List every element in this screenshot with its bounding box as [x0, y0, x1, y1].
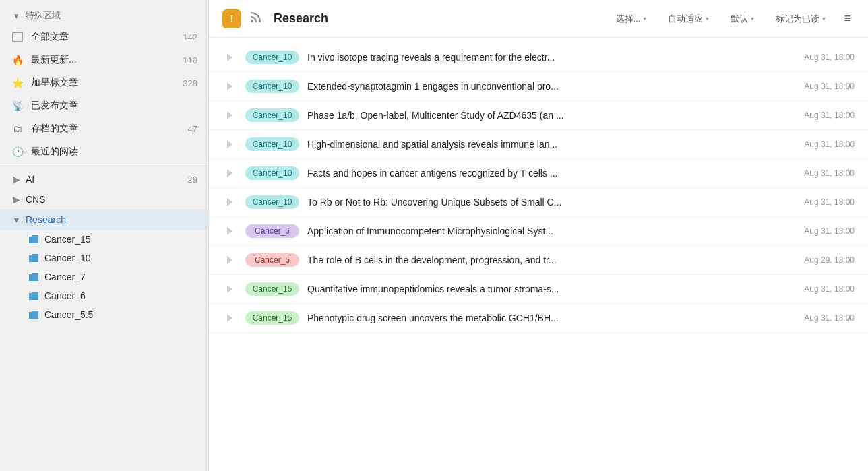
article-arrow-icon: [222, 224, 237, 239]
article-arrow-icon: [222, 108, 237, 123]
article-tag: Cancer_5: [245, 253, 299, 267]
sidebar-item-cancer10[interactable]: Cancer_10: [0, 249, 208, 268]
auto-caret-icon: ▾: [706, 15, 709, 22]
mark-read-label: 标记为已读: [776, 13, 819, 25]
svg-marker-12: [227, 198, 232, 206]
article-item[interactable]: Cancer_15 Quantitative immunopeptidomics…: [209, 275, 868, 304]
article-item[interactable]: Cancer_10 To Rb or Not to Rb: Uncovering…: [209, 188, 868, 217]
cns-group-label: CNS: [26, 194, 46, 205]
sidebar-item-published[interactable]: 📡 已发布文章: [0, 94, 208, 117]
sidebar-group-research[interactable]: ▾ Research: [0, 210, 208, 230]
article-title: In vivo isotope tracing reveals a requir…: [307, 52, 796, 63]
svg-marker-14: [227, 256, 232, 264]
sidebar-item-latest[interactable]: 🔥 最新更新... 110: [0, 49, 208, 71]
sidebar-group-ai[interactable]: ▶ AI 29: [0, 169, 208, 189]
cancer6-label: Cancer_6: [44, 290, 86, 301]
default-button[interactable]: 默认 ▾: [724, 9, 761, 28]
starred-label: 加星标文章: [31, 77, 78, 89]
ai-group-count: 29: [188, 175, 197, 185]
auto-adapt-button[interactable]: 自动适应 ▾: [661, 9, 716, 28]
article-title: Phase 1a/b, Open-label, Multicenter Stud…: [307, 110, 796, 121]
default-label: 默认: [731, 13, 748, 25]
article-item[interactable]: Cancer_5 The role of B cells in the deve…: [209, 246, 868, 275]
article-item[interactable]: Cancer_10 Facts and hopes in cancer anti…: [209, 159, 868, 188]
published-label: 已发布文章: [31, 100, 78, 112]
article-date: Aug 31, 18:00: [804, 53, 855, 62]
sidebar-item-archived[interactable]: 🗂 存档的文章 47: [0, 117, 208, 140]
fire-icon: 🔥: [11, 53, 24, 67]
sidebar-item-cancer6[interactable]: Cancer_6: [0, 286, 208, 305]
article-date: Aug 31, 18:00: [804, 197, 855, 207]
article-arrow-icon: [222, 137, 237, 152]
article-tag: Cancer_15: [245, 282, 299, 296]
alert-badge: !: [222, 9, 241, 28]
page-title: Research: [274, 11, 328, 26]
menu-icon[interactable]: ≡: [840, 8, 855, 29]
mark-read-caret-icon: ▾: [822, 15, 826, 22]
toolbar: ! Research 选择... ▾ 自动适应 ▾ 默认 ▾ 标记为已读 ▾ ≡: [209, 0, 868, 38]
ai-group-label: AI: [26, 174, 34, 185]
special-section-header[interactable]: ▾ 特殊区域: [0, 5, 208, 26]
sidebar-item-starred[interactable]: ⭐ 加星标文章 328: [0, 71, 208, 94]
cancer7-label: Cancer_7: [44, 272, 86, 282]
article-item[interactable]: Cancer_10 Extended-synaptotagmin 1 engag…: [209, 72, 868, 101]
all-articles-count: 142: [183, 32, 197, 42]
svg-marker-13: [227, 227, 232, 235]
chevron-right-icon: ▶: [11, 174, 22, 185]
folder-icon-cancer55: [28, 309, 39, 320]
article-item[interactable]: Cancer_6 Application of Immunocompetent …: [209, 217, 868, 246]
article-title: Facts and hopes in cancer antigens recog…: [307, 168, 796, 179]
article-title: High-dimensional and spatial analysis re…: [307, 139, 796, 150]
recent-label: 最近的阅读: [31, 146, 78, 158]
article-title: Application of Immunocompetent Microphys…: [307, 226, 796, 237]
svg-marker-7: [227, 53, 232, 61]
rss-feed-icon: [249, 10, 263, 27]
article-item[interactable]: Cancer_15 Phenotypic drug screen uncover…: [209, 304, 868, 333]
article-date: Aug 29, 18:00: [804, 255, 855, 265]
article-tag: Cancer_10: [245, 195, 299, 209]
svg-marker-1: [29, 235, 38, 243]
mark-read-button[interactable]: 标记为已读 ▾: [769, 9, 832, 28]
rss-icon: 📡: [11, 99, 24, 113]
article-item[interactable]: Cancer_10 In vivo isotope tracing reveal…: [209, 43, 868, 72]
sidebar-item-recent[interactable]: 🕐 最近的阅读: [0, 140, 208, 163]
starred-count: 328: [183, 78, 197, 88]
sidebar-group-cns[interactable]: ▶ CNS: [0, 189, 208, 210]
sidebar-item-cancer55[interactable]: Cancer_5.5: [0, 305, 208, 324]
svg-rect-0: [13, 32, 22, 42]
article-arrow-icon: [222, 50, 237, 65]
main-content: ! Research 选择... ▾ 自动适应 ▾ 默认 ▾ 标记为已读 ▾ ≡: [209, 0, 868, 471]
svg-marker-10: [227, 140, 232, 148]
svg-marker-5: [29, 311, 38, 319]
sidebar-item-all-articles[interactable]: 全部文章 142: [0, 26, 208, 49]
default-caret-icon: ▾: [751, 15, 754, 22]
cancer55-label: Cancer_5.5: [44, 309, 93, 320]
svg-marker-9: [227, 111, 232, 119]
svg-marker-3: [29, 273, 38, 281]
folder-icon-cancer15: [28, 234, 39, 245]
article-date: Aug 31, 18:00: [804, 82, 855, 91]
article-title: Phenotypic drug screen uncovers the meta…: [307, 313, 796, 323]
select-caret-icon: ▾: [643, 15, 646, 22]
chevron-down-icon: ▾: [11, 10, 22, 21]
clock-icon: 🕐: [11, 145, 24, 158]
article-tag: Cancer_10: [245, 80, 299, 93]
article-arrow-icon: [222, 311, 237, 325]
divider-1: [0, 166, 208, 166]
article-item[interactable]: Cancer_10 High-dimensional and spatial a…: [209, 130, 868, 159]
folder-icon-cancer7: [28, 272, 39, 282]
article-arrow-icon: [222, 166, 237, 181]
sidebar-item-cancer15[interactable]: Cancer_15: [0, 230, 208, 249]
article-date: Aug 31, 18:00: [804, 313, 855, 323]
svg-point-6: [251, 20, 253, 22]
svg-marker-8: [227, 82, 232, 90]
all-articles-label: 全部文章: [31, 31, 69, 43]
article-tag: Cancer_15: [245, 311, 299, 325]
select-button[interactable]: 选择... ▾: [609, 9, 654, 28]
article-date: Aug 31, 18:00: [804, 111, 855, 120]
article-arrow-icon: [222, 195, 237, 210]
article-item[interactable]: Cancer_10 Phase 1a/b, Open-label, Multic…: [209, 101, 868, 130]
sidebar-item-cancer7[interactable]: Cancer_7: [0, 268, 208, 286]
article-title: Extended-synaptotagmin 1 engages in unco…: [307, 81, 796, 92]
star-icon: ⭐: [11, 76, 24, 90]
